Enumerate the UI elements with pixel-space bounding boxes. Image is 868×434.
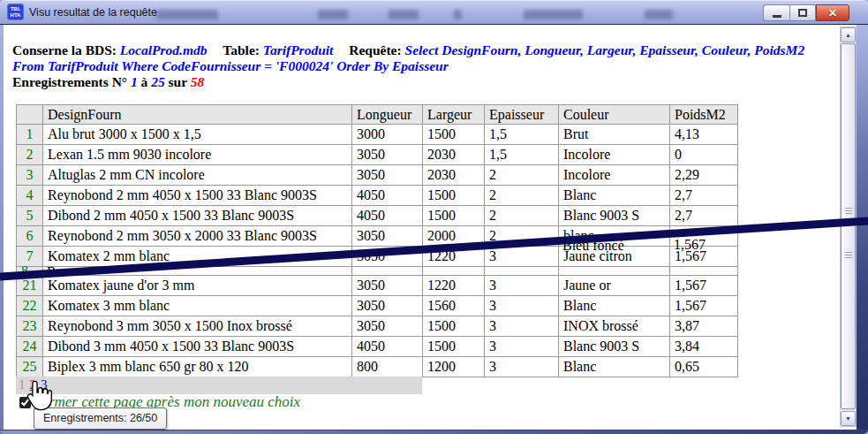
cell-poidsm2: 0: [670, 145, 738, 165]
cell-epaisseur: 2: [485, 206, 559, 226]
cell-epaisseur: 3: [485, 296, 559, 316]
window-border-bottom: [0, 430, 868, 434]
cell-designfourn: Reynobond 2 mm 3050 x 2000 33 Blanc 9003…: [43, 226, 352, 247]
cell-poidsm2: 3,87: [670, 316, 738, 337]
scroll-down-button[interactable]: ▼: [841, 411, 856, 426]
cell-epaisseur: 3: [485, 276, 559, 296]
cell-designfourn: Dibond 3 mm 4050 x 1500 33 Blanc 9003S: [43, 337, 352, 357]
bds-value: LocalProd.mdb: [120, 42, 208, 57]
cell-epaisseur: 3: [485, 247, 559, 267]
cell-largeur: 1500: [423, 316, 485, 337]
row-number: 22: [17, 296, 43, 316]
cell-longueur: 4050: [352, 206, 423, 226]
cell-epaisseur: 1,5: [485, 125, 559, 145]
col-header-poidsm2: PoidsM2: [670, 105, 738, 125]
cell-couleur: Blanc: [559, 186, 670, 206]
cell-poidsm2: 1,567: [670, 296, 738, 316]
cell-epaisseur: 1,5: [485, 145, 559, 165]
thumb-grip-icon: [845, 252, 852, 259]
cell-longueur: 3050: [352, 226, 423, 247]
query-value-line1: Select DesignFourn, Longueur, Largeur, E…: [405, 42, 805, 57]
table-row: 3 Altuglas 2 mm CN incolore 3050 2030 2 …: [17, 165, 738, 186]
close-icon: ✕: [828, 7, 837, 19]
cell-longueur: 800: [352, 357, 423, 377]
minimize-icon: [773, 15, 781, 18]
table-row: 24 Dibond 3 mm 4050 x 1500 33 Blanc 9003…: [17, 337, 738, 357]
pagination-bar: 123: [16, 377, 422, 394]
records-to: 25: [151, 74, 165, 89]
query-label: Requête:: [349, 42, 401, 57]
query-info: Conserne la BDS: LocalProd.mdb Table: Ta…: [12, 42, 834, 90]
maximize-button[interactable]: [789, 4, 816, 21]
cell-designfourn: Reynobond 2 mm 4050 x 1500 33 Blanc 9003…: [43, 186, 352, 206]
cell-longueur: 3000: [352, 125, 423, 145]
cell-longueur: 3050: [352, 165, 423, 186]
cell-poidsm2: 2,29: [670, 165, 738, 186]
table-value: TarifProduit: [263, 42, 334, 57]
col-header-epaisseur: Epaisseur: [485, 105, 559, 125]
background-ghost-text: [454, 10, 462, 19]
cell-largeur: 1500: [423, 125, 485, 145]
cell-poidsm2: 4,13: [670, 125, 738, 145]
cell-largeur: 2030: [423, 145, 485, 165]
row-number: 4: [17, 186, 43, 206]
row-number: 25: [17, 357, 43, 377]
cell-designfourn: Reynobond 3 mm 3050 x 1500 Inox brossé: [43, 316, 352, 337]
table-row: 1 Alu brut 3000 x 1500 x 1,5 3000 1500 1…: [17, 125, 738, 145]
records-joiner: à: [141, 74, 148, 89]
table-row: 4 Reynobond 2 mm 4050 x 1500 33 Blanc 90…: [17, 186, 738, 206]
records-total: 58: [191, 74, 205, 89]
close-button[interactable]: ✕: [816, 4, 849, 21]
cell-couleur: [559, 267, 670, 276]
row-number: 2: [17, 145, 43, 165]
table-row: 5 Dibond 2 mm 4050 x 1500 33 Blanc 9003S…: [17, 206, 738, 226]
col-header-couleur: Couleur: [559, 105, 670, 125]
app-icon: TBL HTA: [7, 4, 24, 20]
cell-designfourn: Komatex jaune d'or 3 mm: [43, 276, 352, 296]
cell-longueur: 4050: [352, 337, 423, 357]
page-link-1[interactable]: 1: [19, 377, 26, 392]
thumb-grip-icon: [845, 208, 852, 215]
result-table: DesignFourn Longueur Largeur Epaisseur C…: [16, 104, 738, 377]
window-title: Visu resultat de la requête: [29, 6, 157, 19]
cell-poidsm2: [670, 267, 738, 276]
window: TBL HTA Visu resultat de la requête ✕ Co…: [0, 0, 868, 434]
app-icon-text-top: TBL: [8, 6, 23, 12]
tooltip: Enregistrements: 26/50: [34, 407, 167, 430]
cell-designfourn: Lexan 1.5 mm 9030 incolore: [43, 145, 352, 165]
row-number: 23: [17, 316, 43, 337]
cell-largeur: 1500: [423, 337, 485, 357]
cell-designfourn: Dibond 2 mm 4050 x 1500 33 Blanc 9003S: [43, 206, 352, 226]
cell-couleur: Incolore: [559, 145, 670, 165]
records-line: Enregistrements N° 1 à 25 sur 58: [12, 74, 834, 90]
cell-epaisseur: 3: [485, 357, 559, 377]
cell-largeur: 1560: [423, 296, 485, 316]
cell-epaisseur: 3: [485, 337, 559, 357]
records-from: 1: [131, 74, 138, 89]
arrow-down-icon: ▼: [845, 415, 851, 422]
background-ghost-text: [389, 10, 419, 19]
minimize-button[interactable]: [763, 4, 789, 21]
cell-poidsm2: 0,65: [670, 357, 738, 377]
window-controls: ✕: [763, 4, 849, 21]
cell-epaisseur: 2: [485, 165, 559, 186]
cell-couleur: Blanc: [559, 357, 670, 377]
col-header-rownum: [17, 105, 43, 125]
query-info-line1: Conserne la BDS: LocalProd.mdb Table: Ta…: [12, 42, 834, 58]
row-number: 1: [17, 125, 43, 145]
cell-epaisseur: 2: [485, 186, 559, 206]
vertical-scrollbar[interactable]: ▲ ▼: [840, 27, 857, 427]
query-value-line2: From TarifProduit Where CodeFournisseur …: [12, 58, 449, 73]
cell-largeur: [423, 267, 485, 276]
cell-designfourn: Alu brut 3000 x 1500 x 1,5: [43, 125, 352, 145]
scroll-up-button[interactable]: ▲: [841, 27, 856, 42]
table-label: Table:: [223, 42, 260, 57]
cell-longueur: 4050: [352, 186, 423, 206]
cell-couleur: Brut: [559, 125, 670, 145]
titlebar[interactable]: TBL HTA Visu resultat de la requête: [0, 0, 868, 25]
table-row: 22 Komatex 3 mm blanc 3050 1560 3 Blanc …: [17, 296, 738, 316]
cell-largeur: 2030: [423, 165, 485, 186]
records-label: Enregistrements N°: [12, 74, 127, 89]
background-ghost-text: [318, 10, 348, 19]
cell-poidsm2: 1,567: [670, 276, 738, 296]
